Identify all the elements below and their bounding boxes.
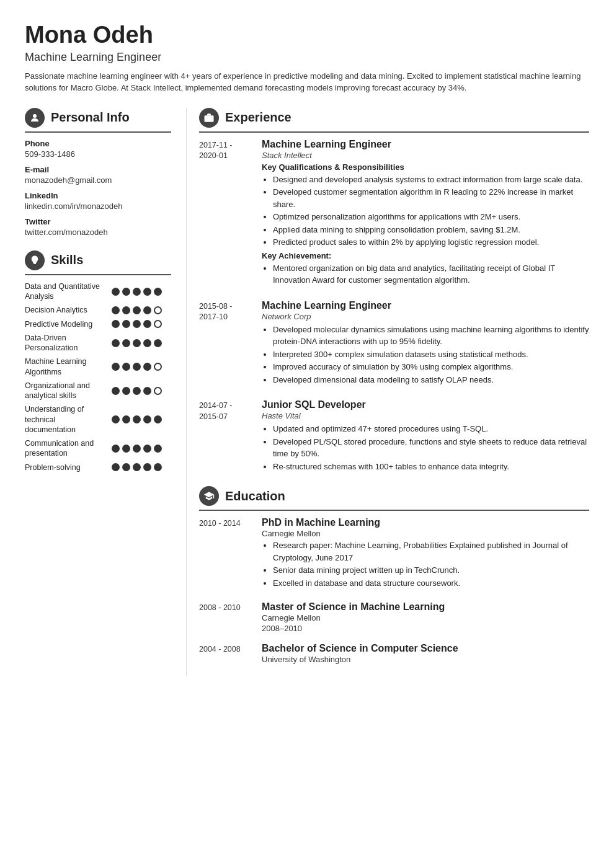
education-detail: Master of Science in Machine LearningCar… — [262, 601, 589, 633]
skill-dot — [133, 363, 141, 371]
skill-dot — [133, 463, 141, 471]
skill-name: Communication and presentation — [25, 438, 105, 459]
skill-dot — [112, 339, 120, 347]
skill-name: Data and Quantitative Analysis — [25, 281, 105, 302]
skill-dot — [122, 306, 130, 314]
bullet-list: Designed and developed analysis systems … — [262, 174, 589, 249]
edu-school: University of Washington — [262, 655, 589, 664]
skill-dot — [154, 320, 162, 328]
skill-dot — [143, 339, 151, 347]
skill-dot — [122, 387, 130, 395]
job-title: Machine Learning Engineer — [262, 300, 589, 311]
edu-bullet-item: Research paper: Machine Learning, Probab… — [273, 539, 589, 564]
svg-rect-1 — [205, 115, 214, 122]
skill-dots — [112, 387, 162, 395]
skills-list: Data and Quantitative AnalysisDecision A… — [25, 281, 171, 472]
skill-dot — [154, 339, 162, 347]
bullet-list2: Mentored organization on big data and an… — [262, 262, 589, 286]
skill-dots — [112, 320, 162, 328]
skill-dot — [133, 288, 141, 296]
edu-school: Carnegie Mellon — [262, 529, 589, 538]
skill-dot — [154, 363, 162, 371]
skill-dot — [133, 445, 141, 453]
skills-title: Skills — [51, 253, 83, 267]
candidate-title: Machine Learning Engineer — [25, 51, 589, 64]
company-name: Stack Intellect — [262, 151, 589, 160]
edu-degree: PhD in Machine Learning — [262, 517, 589, 528]
bullet-item: Updated and optimized 47+ stored procedu… — [273, 423, 589, 435]
skill-name: Problem-solving — [25, 463, 105, 472]
skill-dot — [154, 387, 162, 395]
left-column: Personal Info Phone 509-333-1486 E-mail … — [25, 108, 186, 677]
education-list: 2010 - 2014PhD in Machine LearningCarneg… — [199, 517, 589, 665]
sub-heading: Key Qualifications & Responsibilities — [262, 162, 589, 172]
skill-dot — [133, 306, 141, 314]
skill-dots — [112, 463, 162, 471]
skill-name: Organizational and analytical skills — [25, 381, 105, 401]
skill-dot — [133, 320, 141, 328]
skill-dot — [112, 415, 120, 423]
skill-dot — [154, 415, 162, 423]
skill-dot — [133, 415, 141, 423]
skills-section: Skills Data and Quantitative AnalysisDec… — [25, 250, 171, 472]
skill-dot — [112, 320, 120, 328]
education-date: 2008 - 2010 — [199, 601, 252, 633]
education-entry: 2008 - 2010Master of Science in Machine … — [199, 601, 589, 633]
candidate-name: Mona Odeh — [25, 22, 589, 48]
experience-icon — [199, 108, 219, 128]
bullet-item: Predicted product sales to within 2% by … — [273, 236, 589, 249]
svg-point-0 — [33, 114, 37, 118]
job-title: Junior SQL Developer — [262, 399, 589, 410]
education-title: Education — [225, 489, 285, 503]
skill-dots — [112, 363, 162, 371]
bullet-item: Re-structured schemas with 100+ tables t… — [273, 461, 589, 473]
skill-dot — [122, 415, 130, 423]
skill-dot — [154, 463, 162, 471]
education-section: Education 2010 - 2014PhD in Machine Lear… — [199, 486, 589, 665]
twitter-value: twitter.com/monazodeh — [25, 228, 171, 237]
bullet-item: Optimized personalization algorithms for… — [273, 211, 589, 223]
skill-item: Data-Driven Personalization — [25, 333, 171, 353]
sub-heading2: Key Achievement: — [262, 251, 589, 260]
candidate-summary: Passionate machine learning engineer wit… — [25, 70, 589, 94]
experience-entry: 2017-11 - 2020-01Machine Learning Engine… — [199, 139, 589, 289]
edu-bullet-item: Excelled in database and data structure … — [273, 577, 589, 590]
education-date: 2010 - 2014 — [199, 517, 252, 591]
skill-dot — [154, 445, 162, 453]
skill-dots — [112, 415, 162, 423]
phone-label: Phone — [25, 139, 171, 148]
skill-dot — [143, 320, 151, 328]
experience-header: Experience — [199, 108, 589, 133]
skill-dot — [112, 306, 120, 314]
email-label: E-mail — [25, 165, 171, 174]
edu-bullet-item: Senior data mining project written up in… — [273, 564, 589, 577]
job-title: Machine Learning Engineer — [262, 139, 589, 150]
skill-dot — [143, 445, 151, 453]
bullet-item: Designed and developed analysis systems … — [273, 174, 589, 186]
skill-item: Data and Quantitative Analysis — [25, 281, 171, 302]
skill-dot — [112, 363, 120, 371]
skill-item: Communication and presentation — [25, 438, 171, 459]
bullet-item: Developed customer segmentation algorith… — [273, 186, 589, 210]
skill-dot — [112, 463, 120, 471]
bullet-list: Developed molecular dynamics simulations… — [262, 324, 589, 386]
edu-extra-dates: 2008–2010 — [262, 624, 589, 633]
experience-title: Experience — [225, 110, 291, 125]
skill-item: Predictive Modeling — [25, 319, 171, 329]
skill-dot — [143, 387, 151, 395]
linkedin-label: LinkedIn — [25, 191, 171, 200]
skill-dot — [112, 387, 120, 395]
bullet-item: Interpreted 300+ complex simulation data… — [273, 348, 589, 361]
education-entry: 2004 - 2008Bachelor of Science in Comput… — [199, 643, 589, 665]
skill-name: Machine Learning Algorithms — [25, 356, 105, 377]
company-name: Network Corp — [262, 312, 589, 321]
skill-dot — [154, 288, 162, 296]
bullet-item: Mentored organization on big data and an… — [273, 262, 589, 286]
edu-degree: Bachelor of Science in Computer Science — [262, 643, 589, 654]
right-column: Experience 2017-11 - 2020-01Machine Lear… — [186, 108, 589, 677]
experience-date: 2015-08 - 2017-10 — [199, 300, 252, 389]
education-detail: Bachelor of Science in Computer ScienceU… — [262, 643, 589, 665]
skill-dots — [112, 339, 162, 347]
skills-header: Skills — [25, 250, 171, 275]
bullet-item: Developed PL/SQL stored procedure, funct… — [273, 436, 589, 460]
